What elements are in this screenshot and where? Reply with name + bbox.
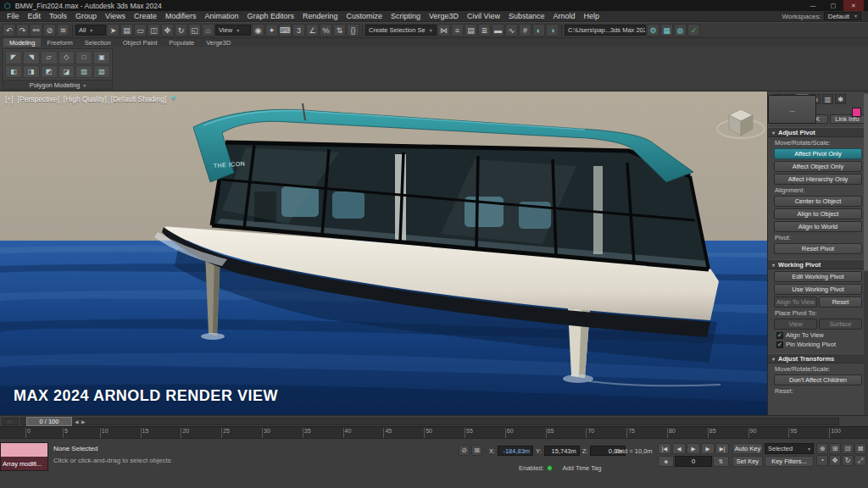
menu-item[interactable]: Substance — [504, 12, 549, 20]
menu-item[interactable]: Views — [101, 12, 130, 20]
time-slider-track[interactable] — [20, 418, 839, 425]
bind-to-space-warp-icon[interactable]: ≋ — [57, 24, 70, 36]
render-production-icon[interactable]: ◍ — [674, 24, 687, 36]
viewport-menu-shading[interactable]: [Default Shading] — [111, 95, 166, 103]
edit-named-selection-sets-icon[interactable]: {} — [347, 24, 359, 36]
window-crossing-icon[interactable]: ◫ — [147, 24, 160, 36]
menu-item[interactable]: Arnold — [548, 12, 579, 20]
ribbon-tool-icon[interactable]: ◥ — [23, 51, 40, 64]
center-to-object-button[interactable]: Center to Object — [774, 196, 862, 207]
selection-set-dropdown[interactable]: Selected ▾ — [765, 443, 814, 454]
maximize-button[interactable]: ▢ — [823, 0, 843, 11]
current-frame-field[interactable]: 0 — [675, 456, 711, 467]
previous-frame-arrow[interactable]: ◀ — [75, 419, 79, 424]
zoom-extents-all-icon[interactable]: ⊠ — [854, 443, 866, 454]
go-to-end-button[interactable]: ▶| — [715, 443, 729, 454]
per-view-filter-icon[interactable]: ▼ — [170, 95, 176, 103]
time-slider-grip[interactable]: ⁞⁞ — [2, 418, 19, 425]
ribbon-tool-icon[interactable]: ◧ — [5, 65, 22, 79]
select-and-manipulate-icon[interactable]: ✦ — [265, 24, 278, 36]
ruler-tick[interactable]: 85 — [708, 428, 716, 438]
redo-icon[interactable]: ↷ — [16, 24, 29, 36]
align-to-object-button[interactable]: Align to Object — [774, 208, 862, 219]
ruler-tick[interactable]: 35 — [303, 428, 311, 438]
ribbon-tool-icon[interactable]: ▧ — [93, 65, 110, 79]
align-icon[interactable]: ≡ — [451, 24, 464, 36]
field-of-view-icon[interactable]: ◔ — [816, 455, 828, 466]
pin-working-pivot-checkbox[interactable]: ✓ — [776, 341, 783, 348]
ribbon-tool-icon[interactable]: ◩ — [41, 65, 58, 79]
mirror-icon[interactable]: ⋈ — [437, 24, 450, 36]
listener-line[interactable]: Array modifi... — [1, 457, 47, 470]
slate-material-editor-icon[interactable]: ◑ — [546, 24, 559, 36]
percent-snap-toggle-icon[interactable]: % — [320, 24, 332, 36]
menu-item[interactable]: Scripting — [387, 12, 425, 20]
ruler-tick[interactable]: 40 — [343, 428, 352, 438]
schematic-view-icon[interactable]: # — [519, 24, 531, 36]
align-to-view-button[interactable]: Align To View — [774, 297, 817, 308]
y-coordinate-field[interactable]: 15,743m — [544, 446, 580, 456]
viewport[interactable]: THE ICON [+] [Perspective] [High Quality… — [0, 92, 767, 415]
rendered-frame-window-icon[interactable]: ▦ — [660, 24, 673, 36]
rollout-header[interactable]: ▾ Adjust Transforms — [768, 353, 868, 363]
key-mode-toggle-button[interactable]: ◈ — [658, 456, 674, 467]
zoom-icon[interactable]: ⊕ — [816, 443, 828, 454]
curve-editor-icon[interactable]: ∿ — [505, 24, 518, 36]
align-to-view-checkbox[interactable]: ✓ — [776, 332, 783, 339]
isolate-selection-toggle-icon[interactable]: ⊘ — [459, 445, 470, 456]
minimize-button[interactable]: — — [803, 0, 823, 11]
affect-hierarchy-only-button[interactable]: Affect Hierarchy Only — [774, 174, 862, 185]
auto-key-button[interactable]: Auto Key — [732, 443, 763, 454]
previous-frame-button[interactable]: ◀ — [672, 443, 686, 454]
command-panel-scrollbar[interactable] — [864, 92, 868, 415]
select-object-icon[interactable]: ➤ — [107, 24, 120, 36]
zoom-extents-icon[interactable]: ⊡ — [842, 443, 854, 454]
working-pivot-options-button[interactable]: ... — [768, 95, 816, 124]
go-to-start-button[interactable]: |◀ — [658, 443, 671, 454]
ruler-tick[interactable]: 80 — [667, 428, 676, 438]
menu-item[interactable]: Modifiers — [161, 12, 201, 20]
maxscript-mini-listener[interactable]: Array modifi... — [0, 442, 48, 471]
menu-item[interactable]: File — [3, 12, 24, 20]
rectangular-selection-region-icon[interactable]: ▭ — [134, 24, 147, 36]
select-and-scale-icon[interactable]: ◱ — [188, 24, 201, 36]
maximize-viewport-toggle-icon[interactable]: ⤢ — [854, 455, 866, 466]
selection-filter-dropdown[interactable]: All ▾ — [75, 25, 106, 36]
reset-button[interactable]: Reset — [819, 297, 862, 308]
selection-lock-toggle-icon[interactable]: ⊠ — [471, 445, 482, 456]
display-tab[interactable]: ▥ — [822, 94, 833, 104]
ruler-tick[interactable]: 25 — [221, 428, 230, 438]
close-button[interactable]: ✕ — [843, 0, 864, 11]
viewport-menu-general[interactable]: [+] — [5, 95, 14, 103]
ruler-tick[interactable]: 10 — [100, 428, 108, 438]
toggle-layer-explorer-icon[interactable]: ≣ — [478, 24, 491, 36]
menu-item[interactable]: Rendering — [298, 12, 342, 20]
edit-working-pivot-button[interactable]: Edit Working Pivot — [774, 271, 862, 282]
frame-spinner[interactable]: ⇅ — [713, 456, 729, 467]
unlink-selection-icon[interactable]: ⊘ — [43, 24, 56, 36]
ribbon-tool-icon[interactable]: ▨ — [75, 65, 92, 79]
ruler-tick[interactable]: 55 — [465, 428, 473, 438]
select-and-rotate-icon[interactable]: ↻ — [175, 24, 187, 36]
ruler-tick[interactable]: 20 — [181, 428, 189, 438]
align-to-world-button[interactable]: Align to World — [774, 221, 862, 232]
ribbon-tool-icon[interactable]: ◇ — [58, 51, 75, 64]
toggle-ribbon-icon[interactable]: ▬ — [492, 24, 504, 36]
ribbon-tab[interactable]: Selection — [79, 38, 117, 47]
scrollbar-thumb[interactable] — [864, 93, 868, 271]
x-coordinate-field[interactable]: -184,83m — [498, 446, 533, 456]
ribbon-tab[interactable]: Modeling — [3, 38, 41, 47]
rollout-header[interactable]: ▾ Working Pivot — [768, 259, 868, 269]
place-pivot-view-button[interactable]: View — [774, 319, 817, 330]
toggle-scene-explorer-icon[interactable]: ▤ — [465, 24, 477, 36]
rollout-header[interactable]: ▾ Adjust Pivot — [768, 127, 868, 137]
workspaces-dropdown[interactable]: Default ▾ — [824, 12, 861, 20]
menu-item[interactable]: Group — [71, 12, 101, 20]
ruler-tick[interactable]: 5 — [63, 428, 68, 438]
select-and-place-icon[interactable]: ⌂ — [202, 24, 214, 36]
select-and-move-icon[interactable]: ✥ — [161, 24, 174, 36]
ribbon-panel-label[interactable]: Polygon Modeling ▾ — [3, 80, 112, 89]
spinner-snap-toggle-icon[interactable]: ⇅ — [333, 24, 346, 36]
time-slider[interactable]: ⁞⁞ 0 / 100 ◀ ▶ — [0, 415, 868, 426]
ribbon-tab[interactable]: Freeform — [41, 38, 78, 47]
